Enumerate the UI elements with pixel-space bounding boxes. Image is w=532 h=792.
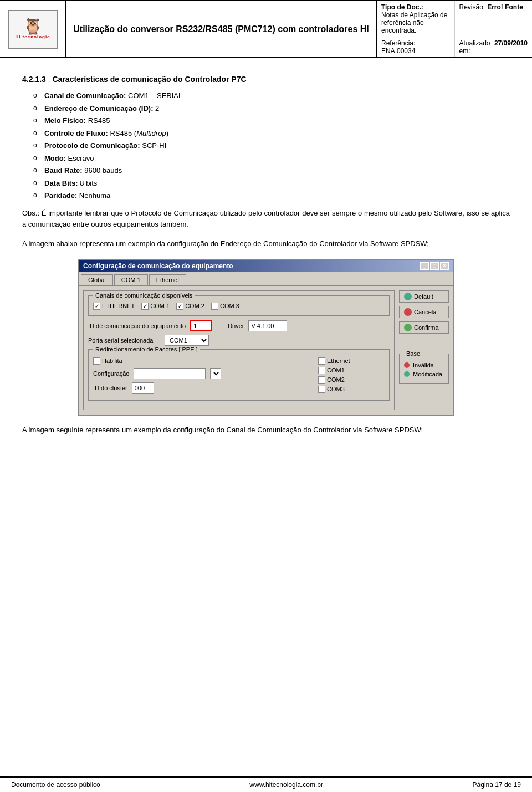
ppe-com3-checkbox[interactable]: COM3 (318, 386, 380, 393)
ppe-com1-checkbox[interactable]: COM1 (318, 367, 380, 374)
tab-ethernet[interactable]: Ethernet (149, 274, 187, 285)
channels-fieldset: Canais de comunicação disponíveis ETHERN… (88, 295, 390, 316)
cancel-button[interactable]: Cancela (399, 306, 449, 318)
habilita-checkbox[interactable]: Habilita (93, 357, 307, 365)
invalida-icon (404, 362, 410, 368)
checkbox-com2[interactable]: COM 2 (176, 303, 204, 310)
tab-com1[interactable]: COM 1 (114, 274, 148, 285)
tab-global[interactable]: Global (81, 274, 113, 285)
config-input[interactable] (134, 368, 206, 379)
base-fieldset: Base Inválida Modificada (399, 354, 449, 384)
cluster-input[interactable] (132, 382, 154, 394)
header-metadata: Tipo de Doc.: Notas de Aplicação de refe… (377, 1, 532, 57)
ppe-com2-checkbox[interactable]: COM2 (318, 376, 380, 384)
com1-checkbox-icon (141, 303, 149, 310)
maximize-button[interactable]: □ (430, 262, 439, 270)
channel-checkboxes-row: ETHERNET COM 1 COM 2 (93, 303, 385, 310)
dialog-box: Configuração de comunicação do equipamen… (78, 259, 454, 416)
id-input[interactable] (190, 320, 212, 331)
ppe-com1-icon (318, 367, 325, 374)
checkbox-com1[interactable]: COM 1 (141, 303, 170, 310)
modificada-icon (404, 371, 410, 377)
list-item: Data Bits: 8 bits (33, 178, 510, 189)
default-icon (404, 293, 412, 300)
page-footer: Documento de acesso público www.hitecnol… (0, 776, 532, 792)
porta-select[interactable]: COM1 (165, 335, 209, 346)
dialog-tabs: Global COM 1 Ethernet (79, 272, 453, 285)
list-item: Paridade: Nenhuma (33, 190, 510, 201)
list-item: Meio Físico: RS485 (33, 115, 510, 126)
list-item: Canal de Comunicação: COM1 – SERIAL (33, 90, 510, 101)
obs-paragraph: Obs.: É importante lembrar que o Protoco… (22, 208, 510, 231)
ppe-fieldset: Redirecionamento de Pacotes [ PPE ] Habi… (88, 349, 390, 401)
confirm-button[interactable]: Confirma (399, 321, 449, 334)
config-row: Configuração ▼ (93, 368, 311, 379)
dialog-main-panel: Canais de comunicação disponíveis ETHERN… (83, 290, 395, 410)
cluster-row: ID do cluster - (93, 382, 311, 394)
com3-checkbox-icon (211, 303, 218, 310)
main-content: 4.2.1.3 Características de comunicação d… (0, 58, 532, 455)
ppe-com2-icon (318, 376, 325, 384)
list-item: Endereço de Comunicação (ID): 2 (33, 103, 510, 114)
company-logo: 🦉 HI tecnologia (0, 1, 66, 57)
characteristics-list: Canal de Comunicação: COM1 – SERIAL Ende… (33, 90, 510, 201)
ppe-ethernet-checkbox[interactable]: Ethernet (318, 357, 380, 365)
default-button[interactable]: Default (399, 290, 449, 303)
cancel-icon (404, 308, 412, 316)
page-header: 🦉 HI tecnologia Utilização do conversor … (0, 0, 532, 58)
document-title: Utilização do conversor RS232/RS485 (PMC… (66, 1, 377, 57)
porta-row: Porta serial selecionada COM1 (88, 335, 390, 346)
ethernet-checkbox-icon (93, 303, 100, 310)
driver-input[interactable] (248, 320, 287, 331)
ppe-ethernet-icon (318, 357, 325, 365)
dialog-body: Canais de comunicação disponíveis ETHERN… (79, 285, 453, 415)
list-item: Protocolo de Comunicação: SCP-HI (33, 140, 510, 151)
list-item: Controle de Fluxo: RS485 (Multidrop) (33, 128, 510, 139)
habilita-checkbox-icon (93, 357, 100, 365)
ppe-right: Ethernet COM1 COM2 (318, 357, 385, 397)
close-button[interactable]: × (440, 262, 449, 270)
id-driver-row: ID de comunicação do equipamento Driver (88, 320, 390, 331)
section-heading: 4.2.1.3 Características de comunicação d… (22, 75, 510, 84)
minimize-button[interactable]: _ (420, 262, 429, 270)
config-select[interactable]: ▼ (210, 368, 221, 379)
dialog-sidebar: Default Cancela Confirma Base (399, 290, 449, 410)
checkbox-com3[interactable]: COM 3 (211, 303, 239, 310)
ppe-left: Habilita Configuração ▼ ID do cluster (93, 357, 311, 397)
ppe-com3-icon (318, 386, 325, 393)
dialog-titlebar: Configuração de comunicação do equipamen… (79, 260, 453, 272)
list-item: Modo: Escravo (33, 153, 510, 164)
ppe-inner: Habilita Configuração ▼ ID do cluster (93, 357, 385, 397)
checkbox-ethernet[interactable]: ETHERNET (93, 303, 135, 310)
confirm-icon (404, 324, 412, 331)
com2-checkbox-icon (176, 303, 183, 310)
list-item: Baud Rate: 9600 bauds (33, 165, 510, 176)
body-paragraph-2: A imagem seguinte representa um exemplo … (22, 425, 510, 436)
body-paragraph-1: A imagem abaixo representa um exemplo da… (22, 238, 510, 250)
dialog-screenshot: Configuração de comunicação do equipamen… (22, 259, 510, 416)
